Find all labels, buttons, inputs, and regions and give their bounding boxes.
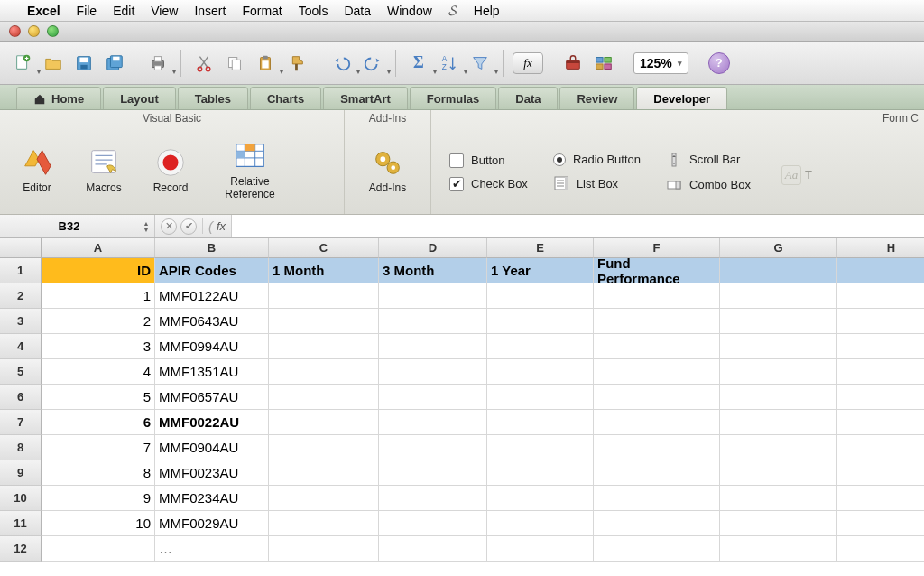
row-header[interactable]: 9 [0, 460, 42, 486]
cell[interactable] [594, 334, 720, 359]
col-header-E[interactable]: E [487, 238, 594, 258]
cell[interactable] [594, 309, 720, 334]
cell[interactable] [487, 385, 594, 410]
cell[interactable] [269, 309, 379, 334]
format-painter-icon[interactable] [282, 50, 310, 77]
cell[interactable] [720, 283, 837, 309]
cell[interactable]: MMF0029AU [155, 511, 269, 536]
cell[interactable] [269, 385, 379, 410]
cell[interactable] [379, 435, 487, 460]
cell[interactable] [594, 283, 720, 309]
cell[interactable] [487, 536, 594, 562]
cell[interactable] [594, 486, 720, 511]
undo-icon[interactable]: ▾ [328, 50, 356, 77]
cell-D1[interactable]: 3 Month [379, 258, 487, 283]
show-formula-builder-button[interactable]: fx [513, 52, 543, 74]
menu-help[interactable]: Help [474, 4, 500, 18]
cell[interactable] [594, 536, 720, 562]
cell[interactable] [269, 511, 379, 536]
cell[interactable] [379, 359, 487, 385]
cell[interactable] [837, 460, 924, 486]
cell[interactable] [594, 435, 720, 460]
form-checkbox-control[interactable]: ✔Check Box [449, 177, 528, 191]
cell[interactable] [594, 460, 720, 486]
cell[interactable] [837, 410, 924, 435]
cell[interactable] [379, 536, 487, 562]
name-box-stepper[interactable]: ▲▼ [138, 220, 154, 233]
cell[interactable] [379, 385, 487, 410]
cell[interactable] [720, 536, 837, 562]
filter-icon[interactable]: ▾ [467, 50, 494, 77]
row-header[interactable]: 11 [0, 511, 42, 536]
sort-icon[interactable]: AZ▾ [436, 50, 463, 77]
addins-button[interactable]: Add-Ins [360, 133, 416, 207]
row-header[interactable]: 4 [0, 334, 42, 359]
tab-formulas[interactable]: Formulas [410, 87, 497, 109]
tab-layout[interactable]: Layout [103, 87, 176, 109]
cut-icon[interactable] [190, 50, 217, 77]
cell[interactable] [487, 435, 594, 460]
cell[interactable] [594, 511, 720, 536]
tab-data[interactable]: Data [498, 87, 558, 109]
cell[interactable]: MMF0994AU [155, 334, 269, 359]
cell[interactable]: MMF0643AU [155, 309, 269, 334]
vb-record-button[interactable]: Record [143, 133, 199, 207]
spreadsheet-grid[interactable]: A B C D E F G H 1 ID APIR Codes 1 Month … [0, 238, 924, 562]
redo-icon[interactable]: ▾ [359, 50, 386, 77]
cell[interactable] [269, 410, 379, 435]
cell-G1[interactable] [720, 258, 837, 283]
vb-macros-button[interactable]: Macros [76, 133, 132, 207]
row-header[interactable]: 10 [0, 486, 42, 511]
cell[interactable] [487, 511, 594, 536]
cell-F1[interactable]: Fund Performance [594, 258, 720, 283]
vb-relative-reference-button[interactable]: Relative Reference [209, 133, 291, 207]
row-header[interactable]: 1 [0, 258, 42, 283]
cell[interactable] [379, 486, 487, 511]
menubar-app-name[interactable]: Excel [27, 4, 60, 18]
window-minimize-icon[interactable] [28, 25, 40, 37]
cancel-formula-icon[interactable]: ✕ [161, 218, 177, 235]
cell[interactable] [837, 385, 924, 410]
cell[interactable] [487, 359, 594, 385]
script-menu-icon[interactable]: 𝓢 [448, 3, 457, 19]
cell-B1[interactable]: APIR Codes [155, 258, 269, 283]
cell[interactable] [720, 385, 837, 410]
cell[interactable] [487, 486, 594, 511]
cell[interactable]: MMF0122AU [155, 283, 269, 309]
tab-charts[interactable]: Charts [250, 87, 321, 109]
col-header-A[interactable]: A [42, 238, 155, 258]
cell[interactable] [269, 460, 379, 486]
fx-label[interactable]: (fx [202, 218, 231, 234]
menu-view[interactable]: View [151, 4, 178, 18]
window-close-icon[interactable] [9, 25, 21, 37]
menu-edit[interactable]: Edit [113, 4, 134, 18]
accept-formula-icon[interactable]: ✔ [180, 218, 197, 235]
cell[interactable] [837, 359, 924, 385]
name-box[interactable]: ▲▼ [0, 215, 155, 237]
formula-input[interactable] [231, 215, 924, 237]
form-scrollbar-control[interactable]: Scroll Bar [666, 152, 751, 168]
cell[interactable]: MMF0022AU [155, 410, 269, 435]
menu-format[interactable]: Format [242, 4, 282, 18]
tab-review[interactable]: Review [559, 87, 634, 109]
cell[interactable]: 4 [42, 359, 155, 385]
cell[interactable] [837, 435, 924, 460]
cell[interactable] [837, 309, 924, 334]
cell[interactable] [837, 486, 924, 511]
menu-window[interactable]: Window [387, 4, 432, 18]
cell[interactable] [720, 486, 837, 511]
media-browser-icon[interactable] [590, 50, 617, 77]
cell[interactable] [269, 486, 379, 511]
help-icon[interactable]: ? [708, 52, 730, 74]
tab-smartart[interactable]: SmartArt [323, 87, 408, 109]
tab-tables[interactable]: Tables [178, 87, 248, 109]
save-icon[interactable] [70, 50, 97, 77]
cell[interactable] [269, 334, 379, 359]
tab-home[interactable]: Home [16, 87, 101, 109]
cell-H1[interactable] [837, 258, 924, 283]
cell[interactable]: 7 [42, 435, 155, 460]
menu-tools[interactable]: Tools [299, 4, 328, 18]
form-button-control[interactable]: Button [449, 153, 528, 168]
cell[interactable] [269, 536, 379, 562]
zoom-selector[interactable]: 125%▾ [633, 52, 688, 74]
